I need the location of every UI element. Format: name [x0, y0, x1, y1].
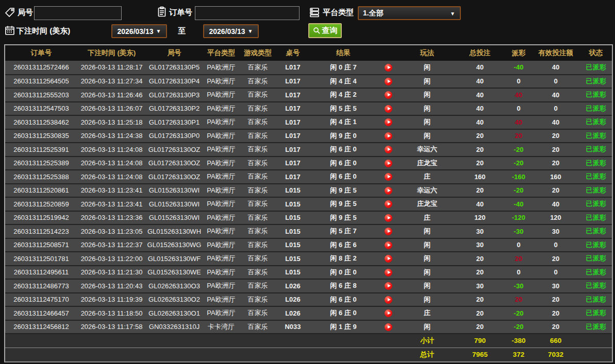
play-icon[interactable]	[385, 228, 392, 235]
status: 已派彩	[580, 88, 612, 102]
play-icon[interactable]	[385, 241, 392, 249]
subtotal-total-bet: 790	[454, 334, 506, 348]
valid-bet: 20	[531, 320, 580, 334]
platform-type-select[interactable]: 1.全部 ▼	[358, 6, 461, 20]
order-number: 260313112538462	[5, 115, 77, 129]
platform-type-label: 平台类型	[323, 8, 354, 18]
play-icon[interactable]	[385, 255, 392, 263]
play-icon[interactable]	[385, 91, 392, 99]
status: 已派彩	[580, 293, 612, 307]
play-cell	[377, 157, 400, 170]
table-number: L017	[276, 115, 310, 129]
play-icon[interactable]	[385, 309, 392, 317]
round-number: GL017263130P2	[146, 102, 203, 116]
play-icon[interactable]	[385, 160, 392, 167]
bet-time: 2026-03-13 11:24:08	[77, 157, 146, 170]
grand-total-empty-cell	[276, 348, 310, 361]
column-header-10: 派彩	[506, 45, 531, 61]
play-cell	[377, 279, 400, 293]
query-button[interactable]: 查询	[308, 23, 342, 38]
grand-total-empty-cell	[5, 348, 77, 361]
subtotal-empty-cell	[240, 334, 276, 348]
payout: 0	[506, 238, 531, 252]
valid-bet: 20	[531, 157, 580, 170]
order-number: 260313112520859	[5, 197, 77, 211]
date-from-select[interactable]: 2026/03/13 ▼	[111, 24, 167, 38]
play-icon[interactable]	[385, 78, 392, 85]
platform-type: PA欧洲厅	[203, 75, 240, 89]
platform-type: PA欧洲厅	[203, 293, 240, 307]
bet-time: 2026-03-13 11:22:37	[77, 238, 146, 252]
order-number: 260313112572466	[5, 61, 77, 75]
result: 闲 4 庄 1	[310, 115, 377, 129]
play-icon[interactable]	[385, 296, 392, 304]
valid-bet: 0	[531, 75, 580, 89]
game-type: 百家乐	[240, 75, 276, 89]
result: 闲 9 庄 5	[310, 197, 377, 211]
order-number: 260313112475170	[5, 293, 77, 307]
grand-total-empty-cell	[580, 348, 612, 361]
order-number: 260313112486773	[5, 279, 77, 293]
round-number-input[interactable]	[34, 6, 122, 20]
table-number: L015	[276, 238, 310, 252]
table-row: 2603131125724662026-03-13 11:28:17GL0172…	[5, 61, 612, 75]
column-header-3: 平台类型	[203, 45, 240, 61]
game-type: 百家乐	[240, 211, 276, 225]
tag-icon	[4, 7, 15, 18]
order-number-label: 订单号	[169, 8, 192, 18]
game-type: 百家乐	[240, 266, 276, 280]
total-bet: 120	[454, 211, 506, 225]
subtotal-valid-bet: 660	[531, 334, 580, 348]
play-icon[interactable]	[385, 282, 392, 290]
valid-bet: 30	[531, 224, 580, 238]
table-number: L015	[276, 224, 310, 238]
play-type: 闲	[400, 293, 454, 307]
order-number: 260313112501781	[5, 252, 77, 266]
total-bet: 20	[454, 293, 506, 307]
date-to-select[interactable]: 2026/03/13 ▼	[203, 24, 259, 38]
valid-bet: 20	[531, 293, 580, 307]
platform-type: PA欧洲厅	[203, 184, 240, 198]
table-row: 2603131125017812026-03-13 11:22:00GL0152…	[5, 252, 612, 266]
table-row: 2603131124664572026-03-13 11:18:50GL0262…	[5, 306, 612, 320]
table-row: 2603131125199422026-03-13 11:23:36GL0152…	[5, 211, 612, 225]
valid-bet: 20	[531, 306, 580, 320]
table-row: 2603131125142232026-03-13 11:23:05GL0152…	[5, 224, 612, 238]
column-header-0: 订单号	[5, 45, 77, 61]
table-number: L017	[276, 61, 310, 75]
subtotal-empty-cell	[146, 334, 203, 348]
total-bet: 20	[454, 252, 506, 266]
play-type: 闲	[400, 320, 454, 334]
play-type: 庄	[400, 170, 454, 184]
order-number-input[interactable]	[195, 6, 300, 20]
table-row: 2603131125475032026-03-13 11:26:07GL0172…	[5, 102, 612, 116]
column-header-11: 有效投注额	[531, 45, 580, 61]
total-bet: 40	[454, 88, 506, 102]
valid-bet: 40	[531, 197, 580, 211]
play-icon[interactable]	[385, 105, 392, 113]
play-icon[interactable]	[385, 269, 392, 276]
platform-type: PA欧洲厅	[203, 102, 240, 116]
play-icon[interactable]	[385, 118, 392, 126]
play-cell	[377, 306, 400, 320]
platform-type: 卡卡湾厅	[203, 320, 240, 334]
play-icon[interactable]	[385, 323, 392, 331]
play-icon[interactable]	[385, 187, 392, 195]
play-icon[interactable]	[385, 214, 392, 222]
round-number: GL015263130WI	[146, 211, 203, 225]
valid-bet: 120	[531, 211, 580, 225]
result: 闲 6 庄 6	[310, 238, 377, 252]
result: 闲 6 庄 0	[310, 170, 377, 184]
subtotal-empty-cell	[580, 334, 612, 348]
play-icon[interactable]	[385, 146, 392, 153]
play-icon[interactable]	[385, 200, 392, 208]
game-type: 百家乐	[240, 252, 276, 266]
order-number: 260313112514223	[5, 224, 77, 238]
play-icon[interactable]	[385, 64, 392, 72]
play-icon[interactable]	[385, 132, 392, 140]
grand-total-empty-cell	[146, 348, 203, 361]
platform-type: PA欧洲厅	[203, 266, 240, 280]
column-header-8: 玩法	[400, 45, 454, 61]
play-icon[interactable]	[385, 173, 392, 181]
valid-bet: 0	[531, 266, 580, 280]
